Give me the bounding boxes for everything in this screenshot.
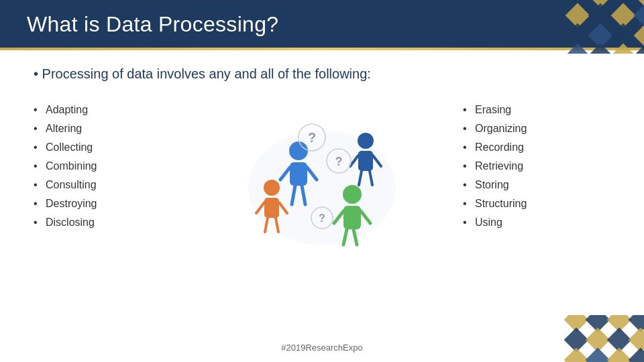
left-list: Adapting Altering Collecting Combining C… <box>34 101 181 232</box>
list-item: Altering <box>34 119 181 138</box>
svg-text:?: ? <box>335 155 343 168</box>
svg-text:?: ? <box>308 130 316 145</box>
deco-bottom-right <box>537 315 644 362</box>
right-list: Erasing Organizing Recording Retrieving … <box>463 101 610 232</box>
list-item: Structuring <box>463 194 610 213</box>
list-item: Collecting <box>34 138 181 157</box>
svg-point-19 <box>358 133 374 149</box>
list-item: Retrieving <box>463 157 610 176</box>
list-item: Disclosing <box>34 213 181 232</box>
list-item: Destroying <box>34 194 181 213</box>
svg-point-7 <box>343 185 362 204</box>
svg-rect-2 <box>290 162 307 186</box>
svg-text:?: ? <box>319 213 325 224</box>
svg-rect-20 <box>358 151 373 171</box>
svg-point-1 <box>289 141 308 160</box>
svg-rect-8 <box>343 206 361 229</box>
intro-text: Processing of data involves any and all … <box>34 66 610 82</box>
main-content: Processing of data involves any and all … <box>0 50 644 261</box>
list-item: Erasing <box>463 101 610 119</box>
list-item: Organizing <box>463 119 610 138</box>
list-item: Combining <box>34 157 181 176</box>
deco-top-right <box>523 0 644 54</box>
columns-area: Adapting Altering Collecting Combining C… <box>34 101 610 248</box>
list-item: Adapting <box>34 101 181 119</box>
svg-rect-14 <box>264 198 279 218</box>
list-item: Consulting <box>34 176 181 194</box>
center-illustration: ? ? ? <box>181 101 463 248</box>
list-item: Recording <box>463 138 610 157</box>
slide: What is Data Processing? Processing of d… <box>0 0 644 362</box>
list-item: Storing <box>463 176 610 194</box>
svg-point-13 <box>264 180 280 196</box>
list-item: Using <box>463 213 610 232</box>
footer-text: #2019ResearchExpo <box>281 343 362 353</box>
